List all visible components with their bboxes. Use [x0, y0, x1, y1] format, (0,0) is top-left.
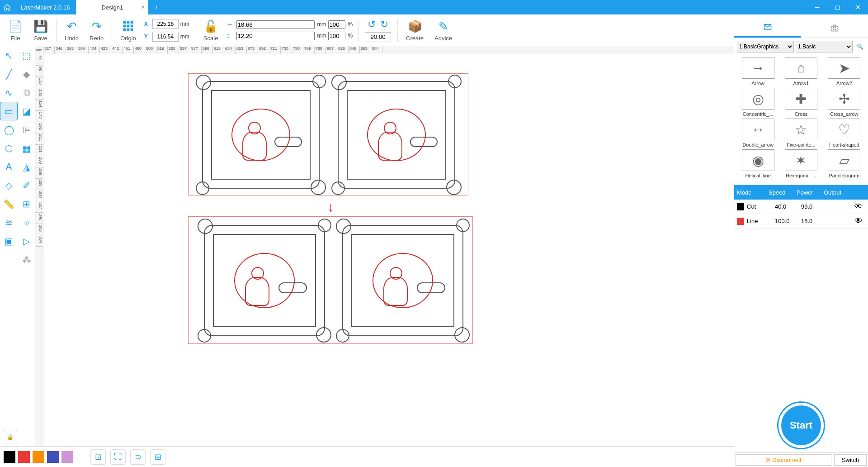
color-swatch[interactable] — [47, 451, 59, 463]
file-button[interactable]: 📄File — [3, 15, 28, 45]
layer-visible-icon[interactable]: 👁 — [824, 216, 868, 226]
text-tool[interactable]: A — [0, 157, 18, 176]
transform-tool[interactable]: ⟐ — [18, 213, 35, 232]
align-left-tool[interactable]: ⊫ — [18, 120, 35, 139]
color-swatch[interactable] — [4, 451, 15, 463]
layer-color — [737, 203, 744, 210]
scale-y-input[interactable] — [328, 32, 345, 40]
layers-tool[interactable]: ≋ — [0, 213, 18, 232]
shape-item[interactable]: ✶Hexagonal_... — [780, 149, 822, 178]
add-tab-button[interactable]: + — [151, 2, 162, 13]
shape-category-2[interactable]: 1.Basic — [796, 41, 853, 52]
measure-tool[interactable]: 📏 — [0, 195, 18, 213]
right-panel: 1.BasicGraphics 1.Basic 🔍 →Arrow⌂Arrow1➤… — [734, 18, 868, 467]
shape-label: Hexagonal_... — [786, 173, 816, 178]
magnet-button[interactable]: ⊃ — [130, 449, 146, 465]
scale-button[interactable]: 🔓Scale — [198, 15, 224, 45]
path-tool[interactable]: ▷ — [18, 232, 35, 250]
angle-input[interactable] — [365, 32, 391, 42]
maximize-button[interactable]: ◻ — [827, 0, 848, 14]
x-input[interactable] — [152, 19, 179, 29]
col-mode: Mode — [734, 189, 766, 196]
redo-button[interactable]: ↷Redo — [84, 15, 109, 45]
color-swatch[interactable] — [61, 451, 73, 463]
scale-x-input[interactable] — [328, 20, 345, 29]
mirror-tool[interactable]: ◮ — [18, 157, 35, 176]
rotate-ccw-icon[interactable]: ↺ — [368, 19, 376, 30]
filled-rect-tool[interactable]: ◪ — [18, 102, 35, 120]
color-swatch[interactable] — [33, 451, 44, 463]
light-tool[interactable]: ⁂ — [18, 250, 35, 269]
layer-row[interactable]: Line100.015.0👁 — [734, 214, 868, 229]
shape-item[interactable]: ▱Parallelogram — [823, 149, 865, 178]
layer-panel: Mode Speed Power Output Cut40.099.0👁Line… — [734, 185, 868, 229]
array-tool[interactable]: ⊞ — [18, 195, 35, 213]
marquee-tool[interactable]: ⬚ — [18, 46, 35, 65]
shape-thumb: ♡ — [828, 119, 860, 140]
polygon-tool[interactable]: ⬡ — [0, 139, 18, 157]
shape-item[interactable]: ➤Arrow2 — [823, 57, 865, 86]
fit-button[interactable]: ⊡ — [90, 449, 106, 465]
select-tool[interactable]: ↖ — [0, 46, 18, 65]
rectangle-tool[interactable]: ▭ — [0, 102, 18, 120]
minimize-button[interactable]: ─ — [807, 0, 827, 14]
shape-thumb: ↔ — [742, 119, 774, 140]
rotate-cw-icon[interactable]: ↻ — [380, 19, 388, 30]
height-input[interactable] — [236, 32, 315, 40]
shape-item[interactable]: →Arrow — [737, 57, 779, 86]
shape-item[interactable]: ↔Double_arrow — [737, 119, 779, 148]
shape-item[interactable]: ◉Helical_line — [737, 149, 779, 178]
frame-tool[interactable]: ▣ — [0, 232, 18, 250]
edit-nodes-tool[interactable]: ✐ — [18, 176, 35, 195]
shape-label: Cross — [795, 111, 808, 117]
grid-tool[interactable]: ▦ — [18, 139, 35, 157]
lock-icon[interactable]: 🔒 — [3, 430, 17, 444]
switch-button[interactable]: Switch — [834, 454, 867, 466]
design-group-top[interactable] — [188, 73, 468, 195]
shape-thumb: ☆ — [785, 119, 817, 140]
origin-button[interactable]: Origin — [115, 15, 142, 45]
color-swatch[interactable] — [18, 451, 30, 463]
zoom-button[interactable]: ⛶ — [110, 449, 126, 465]
shape-item[interactable]: ♡Heart-shaped — [823, 119, 865, 148]
width-input[interactable] — [236, 20, 315, 29]
save-button[interactable]: 💾Save — [28, 15, 53, 45]
svg-rect-8 — [130, 29, 133, 31]
shape-category-1[interactable]: 1.BasicGraphics — [737, 41, 794, 52]
search-icon[interactable]: 🔍 — [854, 41, 865, 52]
eraser-tool[interactable]: ◇ — [0, 176, 18, 195]
camera-tab[interactable] — [801, 18, 868, 38]
shape-item[interactable]: ⌂Arrow1 — [780, 57, 822, 86]
start-button[interactable]: Start — [778, 403, 824, 448]
layer-row[interactable]: Cut40.099.0👁 — [734, 200, 868, 214]
home-icon[interactable] — [0, 0, 14, 14]
design-frame — [202, 81, 320, 189]
shape-item[interactable]: ☆Five-pointe... — [780, 119, 822, 148]
shape-item[interactable]: ✢Cross_arrow — [823, 88, 865, 117]
grid-toggle-button[interactable]: ⊞ — [150, 449, 165, 465]
line-tool[interactable]: ╱ — [0, 65, 18, 83]
close-button[interactable]: ✕ — [848, 0, 868, 14]
curve-tool[interactable]: ∿ — [0, 83, 18, 102]
fill-tool[interactable]: ◆ — [18, 65, 35, 83]
app-title: LaserMaker 2.0.16 — [14, 4, 76, 11]
design-group-bottom[interactable] — [188, 216, 473, 344]
shapes-tab[interactable] — [734, 18, 801, 38]
close-icon[interactable]: × — [141, 4, 145, 11]
shape-item[interactable]: ✚Cross — [780, 88, 822, 117]
shape-item[interactable]: ◎Concentric_... — [737, 88, 779, 117]
canvas[interactable]: ↓ — [43, 54, 734, 446]
connection-status[interactable]: ⊘ Disconnect — [736, 454, 831, 466]
shape-thumb: ⌂ — [785, 57, 817, 79]
layer-speed: 100.0 — [769, 218, 797, 224]
ellipse-tool[interactable]: ◯ — [0, 120, 18, 139]
col-power: Power — [794, 189, 821, 196]
document-tab[interactable]: Design1 × — [76, 0, 148, 14]
undo-button[interactable]: ↶Undo — [59, 15, 84, 45]
y-input[interactable] — [152, 32, 179, 42]
copy-shape-tool[interactable]: ⧉ — [18, 83, 35, 102]
layer-visible-icon[interactable]: 👁 — [824, 202, 868, 211]
shape-thumb: ➤ — [828, 57, 860, 79]
advice-button[interactable]: ✎Advice — [429, 15, 458, 45]
create-button[interactable]: 📦Create — [401, 15, 429, 45]
